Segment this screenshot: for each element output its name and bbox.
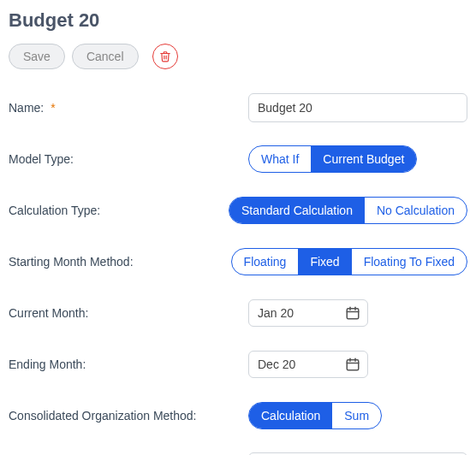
toolbar: Save Cancel xyxy=(9,44,467,69)
seg-consolidated-method: Calculation Sum xyxy=(248,402,382,429)
label-model-type: Model Type: xyxy=(9,152,248,166)
svg-rect-0 xyxy=(347,309,359,319)
label-name-text: Name: xyxy=(9,101,44,115)
seg-start-floating[interactable]: Floating xyxy=(232,249,299,275)
seg-model-type-current-budget[interactable]: Current Budget xyxy=(311,146,416,172)
required-indicator: * xyxy=(51,101,55,115)
trash-icon xyxy=(159,50,171,62)
seg-start-fixed[interactable]: Fixed xyxy=(298,249,351,275)
seg-start-month-method: Floating Fixed Floating To Fixed xyxy=(231,248,467,275)
row-start-month-method: Starting Month Method: Floating Fixed Fl… xyxy=(9,247,467,276)
svg-rect-4 xyxy=(347,360,359,370)
row-name: Name: * xyxy=(9,93,467,122)
calendar-icon xyxy=(345,357,360,372)
label-ending-month: Ending Month: xyxy=(9,358,248,371)
page-title: Budget 20 xyxy=(9,9,467,32)
current-month-value: Jan 20 xyxy=(258,306,294,320)
current-month-picker[interactable]: Jan 20 xyxy=(248,299,368,327)
row-current-month: Current Month: Jan 20 xyxy=(9,298,467,328)
ending-month-picker[interactable]: Dec 20 xyxy=(248,351,368,378)
label-start-month-method: Starting Month Method: xyxy=(9,255,231,269)
seg-start-floating-fixed[interactable]: Floating To Fixed xyxy=(352,249,467,275)
save-button[interactable]: Save xyxy=(9,44,65,69)
delete-button[interactable] xyxy=(152,44,178,69)
row-consolidated-method: Consolidated Organization Method: Calcul… xyxy=(9,401,467,430)
name-input[interactable] xyxy=(248,93,467,122)
row-model-type: Model Type: What If Current Budget xyxy=(9,145,467,174)
seg-consolidated-calc[interactable]: Calculation xyxy=(249,403,332,428)
cancel-button[interactable]: Cancel xyxy=(72,44,139,69)
label-calc-type: Calculation Type: xyxy=(9,204,229,217)
seg-calc-type-standard[interactable]: Standard Calculation xyxy=(229,198,365,223)
seg-consolidated-sum[interactable]: Sum xyxy=(332,403,381,428)
calendar-icon xyxy=(345,305,360,321)
seg-calc-type-none[interactable]: No Calculation xyxy=(365,198,467,223)
label-consolidated-method: Consolidated Organization Method: xyxy=(9,409,248,422)
seg-calc-type: Standard Calculation No Calculation xyxy=(229,197,467,224)
label-current-month: Current Month: xyxy=(9,306,248,320)
row-calc-type: Calculation Type: Standard Calculation N… xyxy=(9,196,467,225)
seg-model-type: What If Current Budget xyxy=(248,145,417,173)
seg-model-type-whatif[interactable]: What If xyxy=(249,146,311,172)
label-name: Name: * xyxy=(9,101,248,115)
ending-month-value: Dec 20 xyxy=(258,358,295,371)
row-ending-month: Ending Month: Dec 20 xyxy=(9,350,467,379)
